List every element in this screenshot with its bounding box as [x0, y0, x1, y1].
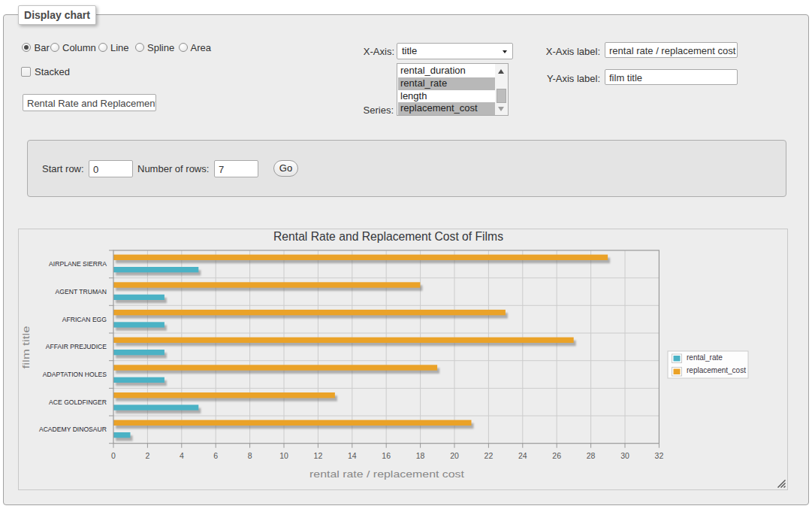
svg-text:32: 32 — [655, 451, 664, 460]
svg-text:14: 14 — [348, 451, 357, 460]
svg-text:4: 4 — [180, 451, 184, 460]
svg-text:AFRICAN EGG: AFRICAN EGG — [62, 316, 107, 323]
svg-text:ACE GOLDFINGER: ACE GOLDFINGER — [49, 398, 107, 406]
svg-text:24: 24 — [518, 451, 527, 460]
svg-text:28: 28 — [587, 451, 596, 460]
svg-text:rental rate / replacement cost: rental rate / replacement cost — [309, 468, 464, 480]
svg-text:AIRPLANE SIERRA: AIRPLANE SIERRA — [49, 260, 107, 268]
svg-text:8: 8 — [248, 451, 252, 460]
svg-text:2: 2 — [145, 451, 149, 460]
svg-text:26: 26 — [552, 451, 561, 460]
svg-text:22: 22 — [484, 451, 494, 460]
svg-text:AGENT TRUMAN: AGENT TRUMAN — [56, 288, 107, 295]
svg-text:0: 0 — [111, 451, 116, 460]
svg-text:ADAPTATION HOLES: ADAPTATION HOLES — [43, 371, 107, 378]
svg-text:rental_rate: rental_rate — [687, 353, 723, 362]
svg-text:30: 30 — [620, 451, 629, 460]
svg-text:ACADEMY DINOSAUR: ACADEMY DINOSAUR — [39, 426, 107, 433]
svg-text:18: 18 — [416, 451, 425, 460]
svg-text:Rental Rate and Replacement Co: Rental Rate and Replacement Cost of Film… — [273, 229, 503, 244]
svg-text:replacement_cost: replacement_cost — [687, 366, 746, 374]
svg-text:10: 10 — [279, 451, 288, 460]
svg-text:AFFAIR PREJUDICE: AFFAIR PREJUDICE — [46, 343, 107, 350]
svg-text:12: 12 — [314, 451, 323, 460]
svg-text:6: 6 — [213, 451, 218, 460]
svg-text:16: 16 — [382, 451, 391, 460]
svg-text:20: 20 — [450, 451, 459, 460]
svg-text:film title: film title — [20, 326, 32, 369]
